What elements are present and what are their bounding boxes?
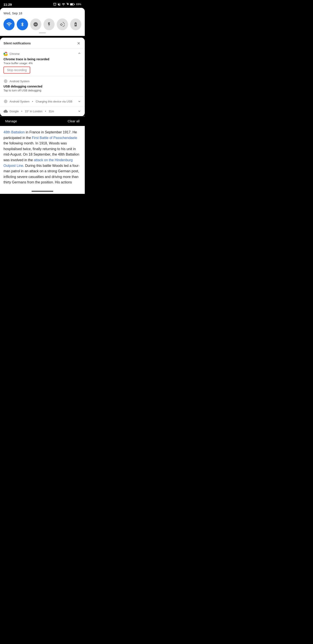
first-battle-link[interactable]: First Battle of Passchendaele	[32, 136, 77, 140]
android-system-app-name: Android System	[3, 79, 29, 83]
weather-temp: 15° in London	[25, 110, 42, 113]
chrome-app-icon	[3, 52, 8, 56]
silent-notifications-header: Silent notifications	[0, 38, 85, 49]
manage-button[interactable]: Manage	[5, 119, 17, 123]
bottom-actions: Manage Clear all	[0, 116, 85, 126]
svg-rect-2	[74, 4, 74, 5]
android-system-app-row: Android System	[3, 79, 81, 83]
weather-text: Google • 15° in London • 31m	[3, 109, 77, 113]
mute-icon	[57, 2, 61, 6]
chrome-notif-title: Chrome trace is being recorded	[3, 58, 81, 61]
qs-header: Wed, Sep 18	[3, 11, 81, 15]
silent-notifications-title: Silent notifications	[3, 42, 31, 45]
battery-percentage: 69%	[76, 3, 81, 6]
wifi-tile-icon	[6, 22, 12, 27]
svg-point-5	[5, 53, 6, 54]
drag-handle	[39, 32, 46, 33]
usb-debugging-notification: Android System USB debugging connected T…	[0, 76, 85, 96]
weather-chevron-down-icon	[77, 109, 81, 113]
notifications-panel: Silent notifications Chrome	[0, 38, 85, 116]
usb-debugging-title: USB debugging connected	[3, 85, 81, 88]
dnd-tile[interactable]	[30, 18, 41, 30]
quick-settings-panel: Wed, Sep 18	[0, 8, 85, 36]
weather-row: Google • 15° in London • 31m	[3, 109, 81, 113]
battery-saver-tile-icon	[73, 22, 78, 27]
qs-tiles	[3, 18, 81, 30]
dnd-tile-icon	[33, 22, 38, 27]
chevron-down-icon	[77, 100, 81, 103]
bluetooth-tile[interactable]	[17, 18, 28, 30]
48th-battalion-link[interactable]: 48th Battalion	[3, 130, 25, 134]
alarm-icon	[53, 2, 56, 6]
bluetooth-tile-icon	[20, 22, 25, 27]
signal-icon	[66, 2, 69, 6]
chevron-up-icon	[77, 51, 81, 55]
android-system-icon	[3, 79, 8, 83]
chrome-label: Chrome	[9, 52, 19, 56]
home-indicator	[0, 189, 85, 194]
flashlight-tile-icon	[47, 22, 51, 27]
charging-text: Android System • Charging this device vi…	[3, 99, 77, 104]
wifi-tile[interactable]	[3, 18, 14, 30]
weather-app-icon	[3, 109, 8, 113]
wifi-icon	[62, 2, 65, 6]
bg-article-content: 48th Battalion in France in September 19…	[0, 126, 85, 189]
charging-app-name: Android System	[9, 100, 29, 103]
chrome-collapse-button[interactable]	[77, 51, 81, 56]
weather-time: 31m	[48, 110, 54, 113]
weather-app-name: Google	[9, 110, 19, 113]
qs-date: Wed, Sep 18	[3, 11, 22, 15]
rotate-tile-icon	[60, 22, 65, 27]
close-silent-button[interactable]	[76, 41, 81, 46]
battery-icon	[70, 3, 75, 6]
clear-all-button[interactable]: Clear all	[68, 119, 79, 123]
charging-app-icon	[3, 99, 8, 104]
home-bar	[31, 191, 53, 192]
android-system-label: Android System	[9, 80, 29, 83]
chrome-app-row: Chrome	[3, 51, 81, 56]
status-icons: 69%	[53, 2, 81, 6]
stop-recording-button[interactable]: Stop recording	[3, 66, 30, 74]
status-time: 11:29	[3, 2, 12, 6]
bg-article-text: 48th Battalion in France in September 19…	[3, 130, 81, 185]
rotate-tile[interactable]	[57, 18, 68, 30]
svg-rect-1	[70, 4, 73, 5]
weather-notification[interactable]: Google • 15° in London • 31m	[0, 106, 85, 116]
battery-saver-tile[interactable]	[70, 18, 81, 30]
chrome-notification: Chrome Chrome trace is being recorded Tr…	[0, 49, 85, 76]
flashlight-tile[interactable]	[43, 18, 54, 30]
charging-notification[interactable]: Android System • Charging this device vi…	[0, 96, 85, 106]
chrome-notif-body: Trace buffer usage: 4%	[3, 62, 81, 65]
overlay-section: Manage Clear all 48th Battalion in Franc…	[0, 116, 85, 189]
charging-subtitle: Charging this device via USB	[36, 100, 72, 103]
chrome-app-name: Chrome	[3, 52, 19, 56]
close-icon	[77, 41, 81, 45]
usb-debugging-body: Tap to turn off USB debugging	[3, 89, 81, 92]
status-bar: 11:29 69%	[0, 0, 85, 8]
charging-row: Android System • Charging this device vi…	[3, 99, 81, 104]
